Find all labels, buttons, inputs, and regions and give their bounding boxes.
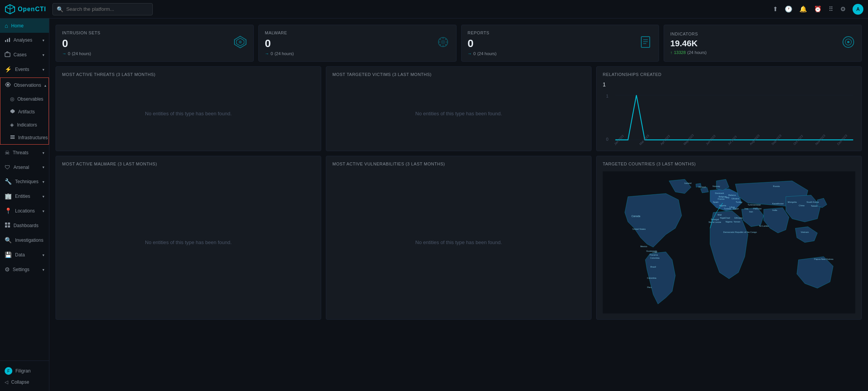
svg-rect-0 (5, 40, 6, 42)
org-icon: F (5, 367, 12, 375)
svg-rect-3 (5, 53, 10, 57)
sidebar-item-threats[interactable]: ☠ Threats ▾ (0, 145, 49, 160)
svg-text:Nigeria: Nigeria (725, 221, 733, 223)
svg-text:Chad: Chad (725, 217, 730, 219)
alarm-icon[interactable]: ⏰ (814, 5, 822, 13)
svg-text:Democratic Republic of the Con: Democratic Republic of the Congo (723, 231, 757, 233)
svg-text:Colombia: Colombia (647, 277, 657, 279)
home-icon: ⌂ (5, 22, 8, 29)
sidebar-label-infrastructures: Infrastructures (18, 135, 48, 140)
charts-bottom-row: MOST ACTIVE MALWARE (3 LAST MONTHS) No e… (56, 156, 862, 320)
sidebar-item-observations[interactable]: Observations ▴ (0, 78, 49, 93)
sidebar-item-locations[interactable]: 📍 Locations ▾ (0, 204, 49, 218)
chart-most-targeted-victims: MOST TARGETED VICTIMS (3 LAST MONTHS) No… (326, 66, 592, 151)
svg-text:Taiwan: Taiwan (811, 205, 818, 207)
sidebar-item-home[interactable]: ⌂ Home (0, 19, 49, 33)
sidebar-item-settings[interactable]: ⚙ Settings ▾ (0, 262, 49, 277)
collapse-item[interactable]: ◁ Collapse (5, 377, 44, 387)
chart-title-threats: MOST ACTIVE THREATS (3 LAST MONTHS) (62, 72, 315, 77)
stat-change-period: (24 hours) (687, 50, 706, 55)
history-icon[interactable]: 🕐 (785, 5, 792, 13)
sidebar-bottom: F Filigran ◁ Collapse (0, 361, 49, 391)
stat-card-malware: MALWARE 0 → 0 (24 hours) (258, 25, 457, 62)
stat-change-value: 0 (68, 51, 70, 56)
svg-rect-12 (8, 226, 10, 228)
stat-change-intrusion-sets: → 0 (24 hours) (62, 51, 100, 56)
chart-title-relationships: RELATIONSHIPS CREATED (603, 72, 855, 77)
stat-card-reports: REPORTS 0 → 0 (24 hours) (461, 25, 659, 62)
stat-value-intrusion-sets: 0 (62, 37, 100, 50)
stat-value-indicators: 19.46K (670, 39, 706, 49)
svg-text:May 2023: May 2023 (683, 133, 694, 145)
svg-text:Italy: Italy (725, 196, 730, 199)
sidebar-item-artifacts[interactable]: Artifacts (0, 105, 49, 118)
svg-rect-6 (10, 135, 15, 136)
indicators-icon (841, 35, 855, 52)
svg-text:Iraq: Iraq (745, 207, 748, 210)
org-item[interactable]: F Filigran (5, 365, 44, 377)
up-icon: ↑ (670, 50, 672, 55)
locations-icon: 📍 (5, 207, 12, 214)
sidebar-item-events[interactable]: ⚡ Events ▾ (0, 62, 49, 77)
svg-marker-5 (10, 109, 15, 113)
upload-icon[interactable]: ⬆ (773, 5, 778, 13)
sidebar-item-arsenal[interactable]: 🛡 Arsenal ▾ (0, 160, 49, 174)
sidebar-item-observables[interactable]: ◎ Observables (0, 93, 49, 105)
sidebar-item-entities[interactable]: 🏢 Entities ▾ (0, 189, 49, 204)
svg-text:Belarus: Belarus (728, 194, 736, 196)
world-map: Canada United States Brazil Colombia Per… (603, 171, 855, 314)
sidebar: ⌂ Home Analyses ▾ Cases ▾ ⚡ Events ▾ (0, 19, 49, 391)
dashboards-icon (5, 222, 10, 229)
sidebar-item-data[interactable]: 💾 Data ▾ (0, 248, 49, 262)
stat-change-period: (24 hours) (477, 51, 497, 56)
chart-relationships: RELATIONSHIPS CREATED 1 1 0 (596, 66, 862, 151)
svg-text:Finland: Finland (699, 186, 706, 188)
chart-empty-vulnerabilities: No entities of this type has been found. (332, 171, 585, 314)
stat-change-reports: → 0 (24 hours) (468, 51, 497, 56)
sidebar-label-observables: Observables (17, 96, 43, 102)
header: OpenCTI 🔍 ⬆ 🕐 🔔 ⏰ ⠿ ⚙ A (0, 0, 868, 19)
search-input[interactable] (66, 6, 148, 12)
investigations-icon: 🔍 (5, 237, 12, 244)
sidebar-label-investigations: Investigations (15, 238, 43, 243)
sidebar-label-home: Home (11, 23, 24, 29)
chart-value-relationships: 1 (603, 81, 855, 88)
svg-text:Denmark: Denmark (715, 192, 724, 194)
svg-point-4 (7, 84, 9, 86)
infrastructures-icon (10, 135, 15, 141)
gear-icon[interactable]: ⚙ (840, 5, 846, 13)
data-chevron: ▾ (42, 253, 44, 257)
notification-icon[interactable]: 🔔 (799, 5, 807, 13)
svg-rect-8 (10, 138, 15, 139)
svg-rect-10 (8, 222, 10, 225)
svg-text:Vietnam: Vietnam (801, 231, 809, 233)
sidebar-item-cases[interactable]: Cases ▾ (0, 47, 49, 62)
sidebar-item-infrastructures[interactable]: Infrastructures (0, 131, 49, 144)
logo[interactable]: OpenCTI (5, 4, 46, 15)
svg-text:Cuba: Cuba (652, 251, 657, 253)
sidebar-item-dashboards[interactable]: Dashboards (0, 218, 49, 233)
sidebar-label-settings: Settings (13, 267, 29, 272)
svg-text:United States: United States (632, 228, 646, 230)
sidebar-item-indicators[interactable]: ◈ Indicators (0, 118, 49, 131)
svg-text:Turkmenistan: Turkmenistan (748, 204, 761, 206)
sidebar-label-observations: Observations (14, 83, 41, 88)
stat-change-value: 13328 (674, 50, 686, 55)
arrow-icon: → (468, 51, 472, 56)
stat-card-indicators: INDICATORS 19.46K ↑ 13328 (24 hours) (664, 25, 862, 62)
grid-icon[interactable]: ⠿ (829, 5, 833, 13)
sidebar-label-cases: Cases (13, 52, 27, 57)
sidebar-label-dashboards: Dashboards (13, 223, 39, 228)
sidebar-item-investigations[interactable]: 🔍 Investigations (0, 233, 49, 248)
artifacts-icon (10, 109, 15, 115)
sidebar-item-techniques[interactable]: 🔧 Techniques ▾ (0, 174, 49, 189)
entities-icon: 🏢 (5, 193, 12, 200)
svg-text:Turkey: Turkey (736, 201, 742, 203)
avatar[interactable]: A (853, 4, 863, 15)
analyses-icon (5, 37, 10, 44)
cases-chevron: ▾ (42, 53, 44, 57)
header-icons: ⬆ 🕐 🔔 ⏰ ⠿ ⚙ A (773, 4, 863, 15)
sidebar-item-analyses[interactable]: Analyses ▾ (0, 33, 49, 47)
search-icon: 🔍 (57, 6, 63, 12)
search-bar[interactable]: 🔍 (52, 3, 153, 15)
